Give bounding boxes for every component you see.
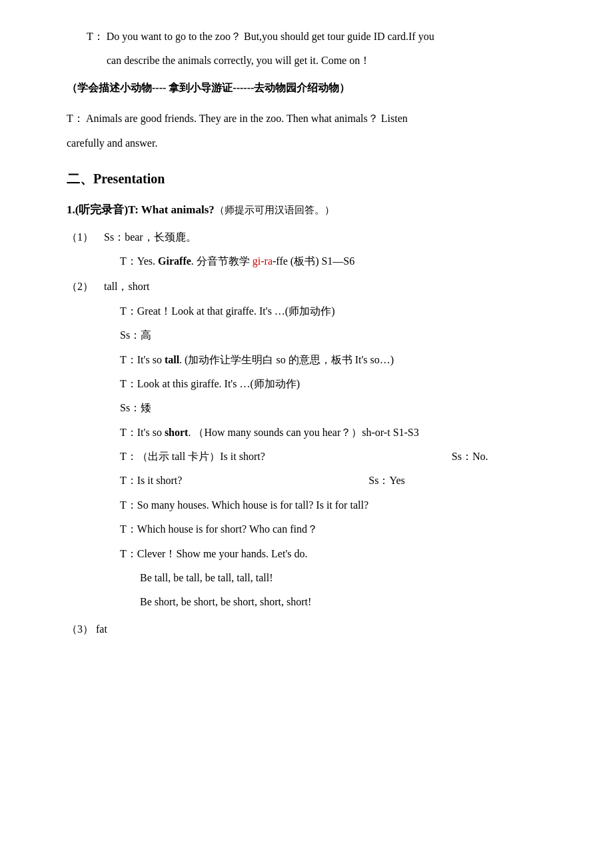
sub-13: Be short, be short, be short, short, sho…: [140, 592, 560, 612]
sub-10: T：Which house is for short? Who can find…: [120, 519, 560, 539]
sub-2: Ss：高: [120, 325, 560, 345]
sub-3-text-end: . (加动作让学生明白 so 的意思，板书 It's so…): [179, 354, 394, 365]
sub-3-speaker: T：: [120, 354, 137, 365]
sub-1-text: Great！Look at that giraffe. It's …(师加动作): [137, 305, 335, 317]
sub-11-text: Clever！Show me your hands. Let's do.: [137, 548, 308, 559]
sub-9: T：So many houses. Which house is for tal…: [120, 495, 560, 515]
sub-6-speaker: T：: [120, 427, 137, 438]
sub-5-speaker: Ss：: [120, 402, 141, 413]
section-2: 二、Presentation 1.(听完录音)T: What animals?（…: [67, 167, 560, 639]
sub-12: Be tall, be tall, be tall, tall, tall!: [140, 568, 560, 588]
item-1-end: -ffe (板书) S1—S6: [273, 255, 354, 267]
sub-9-speaker: T：: [120, 499, 137, 511]
item-2-line1: （2） tall，short: [67, 277, 560, 297]
section-2-title: 二、Presentation: [67, 167, 560, 191]
item-1-t: T：Yes.: [120, 255, 158, 267]
sub-7-ss: Ss：: [452, 451, 472, 462]
item-1-num: （1）: [67, 231, 104, 243]
subsection-1-hint: （师提示可用汉语回答。）: [215, 205, 334, 215]
intro-section: T： Do you want to go to the zoo？ But,you…: [67, 27, 560, 153]
sub-3: T：It's so tall. (加动作让学生明白 so 的意思，板书 It's…: [120, 350, 560, 370]
item-1-syllable: gi-ra: [253, 255, 273, 267]
sub-8-left: T：Is it short?: [120, 471, 182, 491]
sub-4-speaker: T：: [120, 378, 137, 389]
sub-8: T：Is it short? Ss：Yes: [120, 471, 560, 491]
item-2: （2） tall，short T：Great！Look at that gira…: [67, 277, 560, 612]
sub-10-speaker: T：: [120, 523, 137, 535]
sub-7-left: T：（出示 tall 卡片）Is it short?: [120, 447, 265, 467]
sub-4-text: Look at this giraffe. It's …(师加动作): [137, 378, 300, 389]
item-2-words: tall，short: [104, 281, 149, 292]
intro-line4a: T： Animals are good friends. They are in…: [67, 109, 560, 129]
intro-text-2: can describe the animals correctly, you …: [107, 55, 370, 66]
item-3-line1: （3） fat: [67, 619, 560, 639]
sub-7-text: （出示 tall 卡片）Is it short?: [137, 451, 265, 462]
sub-8-ss: Ss：: [368, 475, 389, 486]
sub-8-text: Is it short?: [137, 475, 183, 486]
item-1-rest: . 分音节教学: [191, 255, 253, 267]
sub-7: T：（出示 tall 卡片）Is it short? Ss：No.: [120, 447, 560, 467]
sub-6-text-start: It's so: [137, 427, 165, 438]
intro-line4b: carefully and answer.: [67, 133, 560, 153]
item-3: （3） fat: [67, 619, 560, 639]
sub-1: T：Great！Look at that giraffe. It's …(师加动…: [120, 301, 560, 321]
sub-1-speaker: T：: [120, 305, 137, 317]
intro-text-4a: T： Animals are good friends. They are in…: [67, 113, 408, 124]
sub-10-text: Which house is for short? Who can find？: [137, 523, 318, 535]
intro-text-4b: carefully and answer.: [67, 137, 157, 149]
sub-8-right: Ss：Yes: [368, 471, 404, 491]
item-3-word: fat: [93, 623, 107, 635]
intro-line2: can describe the animals correctly, you …: [107, 51, 560, 71]
item-3-num: （3）: [67, 623, 93, 635]
item-1-ss: Ss：bear，长颈鹿。: [104, 231, 197, 243]
sub-7-right: Ss：No.: [452, 447, 488, 467]
sub-6: T：It's so short. （How many sounds can yo…: [120, 423, 560, 443]
sub-11: T：Clever！Show me your hands. Let's do.: [120, 544, 560, 564]
sub-5: Ss：矮: [120, 398, 560, 418]
item-1-line2: T：Yes. Giraffe. 分音节教学 gi-ra-ffe (板书) S1—…: [120, 251, 560, 271]
sub-2-text: 高: [141, 329, 151, 341]
sub-8-ans: Yes: [389, 475, 404, 486]
sub-2-speaker: Ss：: [120, 329, 141, 341]
sub-8-speaker: T：: [120, 475, 137, 486]
sub-5-text: 矮: [141, 402, 151, 413]
sub-3-bold: tall: [165, 354, 179, 365]
sub-6-bold: short: [165, 427, 189, 438]
sub-6-text-end: . （How many sounds can you hear？）sh-or-t…: [188, 427, 418, 438]
intro-text-1: T： Do you want to go to the zoo？ But,you…: [87, 31, 434, 42]
sub-11-speaker: T：: [120, 548, 137, 559]
sub-7-ans: No.: [472, 451, 488, 462]
item-2-sub: T：Great！Look at that giraffe. It's …(师加动…: [120, 301, 560, 613]
item-1-line1: （1） Ss：bear，长颈鹿。: [67, 227, 560, 247]
subsection-1-title: 1.(听完录音)T: What animals?（师提示可用汉语回答。）: [67, 200, 560, 221]
sub-4: T：Look at this giraffe. It's …(师加动作): [120, 374, 560, 394]
sub-3-text-start: It's so: [137, 354, 165, 365]
subsection-1: 1.(听完录音)T: What animals?（师提示可用汉语回答。） （1）…: [67, 200, 560, 639]
sub-12-text: Be tall, be tall, be tall, tall, tall!: [140, 572, 273, 583]
item-1: （1） Ss：bear，长颈鹿。 T：Yes. Giraffe. 分音节教学 g…: [67, 227, 560, 272]
sub-9-text: So many houses. Which house is for tall?…: [137, 499, 368, 511]
item-1-giraffe: Giraffe: [158, 255, 191, 267]
intro-text-3: （学会描述小动物---- 拿到小导游证------去动物园介绍动物）: [67, 82, 350, 93]
sub-13-text: Be short, be short, be short, short, sho…: [140, 596, 311, 607]
intro-line1: T： Do you want to go to the zoo？ But,you…: [87, 27, 560, 47]
sub-7-speaker: T：: [120, 451, 137, 462]
intro-line3: （学会描述小动物---- 拿到小导游证------去动物园介绍动物）: [67, 78, 560, 98]
item-2-num: （2）: [67, 281, 104, 292]
